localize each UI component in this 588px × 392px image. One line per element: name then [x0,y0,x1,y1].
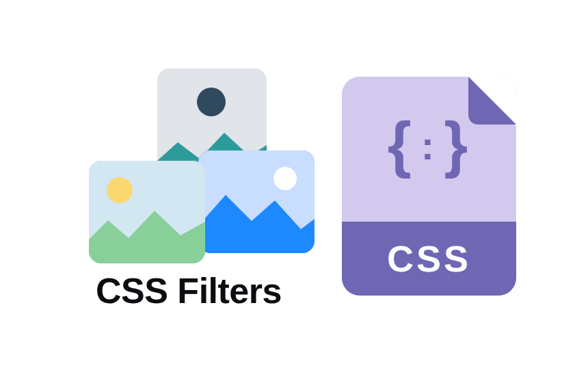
brace-right: } [444,110,470,179]
css-file-icon: {:} CSS [342,77,516,296]
illustration-stage: CSS Filters {:} CSS [0,0,588,392]
title-text: CSS Filters [96,270,282,311]
colon-icon: : [421,122,437,168]
file-label-text: CSS [387,237,471,280]
landscape-thumbnail-blue-icon [198,151,315,253]
brace-left: { [388,110,414,179]
thumbnail-sun [197,88,226,116]
thumbnail-sun [107,177,133,203]
thumbnail-mountains [198,188,315,253]
curly-braces-icon: {:} [342,109,516,180]
thumbnail-mountains [89,205,205,263]
image-thumbnails-group [89,68,308,260]
thumbnail-sun [273,167,297,190]
landscape-thumbnail-green-icon [89,161,205,263]
file-label-band: CSS [342,222,516,296]
